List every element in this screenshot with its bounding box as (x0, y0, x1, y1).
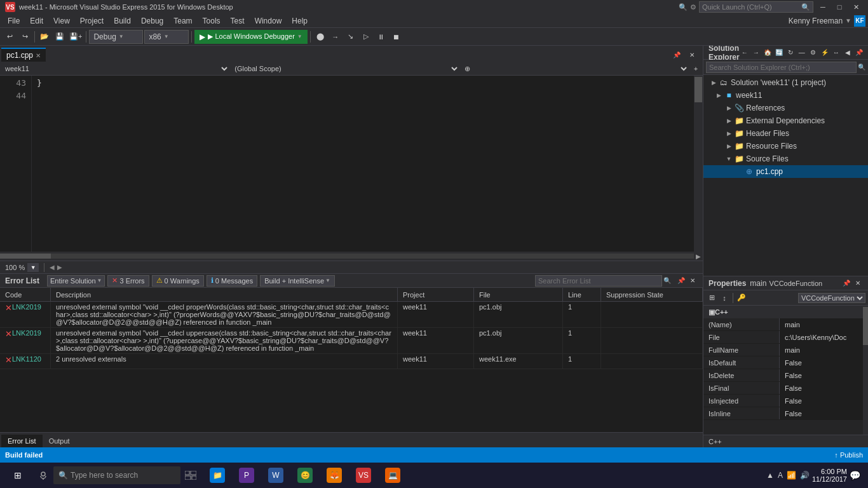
publish-button[interactable]: ↑ Publish (834, 451, 863, 459)
tab-pc1cpp[interactable]: pc1.cpp ✕ (1, 48, 46, 62)
notification-icon[interactable]: 💬 (850, 470, 860, 480)
se-filter-btn[interactable]: ⚡ (820, 48, 830, 58)
start-button[interactable]: ⊞ (3, 463, 33, 488)
tree-pc1cpp[interactable]: ⊕ pc1.cpp (703, 165, 868, 178)
tab-output[interactable]: Output (43, 435, 76, 447)
horizontal-scrollbar[interactable]: ▶ (0, 252, 703, 261)
se-settings-btn[interactable]: ◀ (843, 48, 853, 58)
tray-wifi-icon[interactable]: 📶 (787, 471, 796, 480)
tree-header-files[interactable]: ▶ 📁 Header Files (703, 127, 868, 140)
taskbar-app-5[interactable]: 🦊 (320, 463, 348, 488)
se-close-btn[interactable]: ✕ (865, 48, 868, 58)
tree-project[interactable]: ▶ ■ week11 (703, 89, 868, 102)
save-all-btn[interactable]: 💾+ (68, 30, 83, 44)
se-search-input[interactable] (706, 62, 857, 73)
menu-test[interactable]: Test (226, 15, 250, 27)
table-row[interactable]: ✕ LNK2019 unresolved external symbol "vo… (0, 328, 703, 354)
table-row[interactable]: ✕ LNK2019 unresolved external symbol "vo… (0, 302, 703, 328)
scroll-left-btn[interactable]: ◀ (50, 264, 55, 271)
se-refresh-btn[interactable]: ↻ (785, 48, 796, 58)
tree-solution[interactable]: ▶ 🗂 Solution 'week11' (1 project) (703, 76, 868, 89)
props-type-dropdown[interactable]: VCCodeFunction (798, 293, 865, 303)
menu-window[interactable]: Window (250, 15, 287, 27)
menu-build[interactable]: Build (109, 15, 136, 27)
scope-select[interactable]: (Global Scope) (229, 62, 459, 75)
se-back-btn[interactable]: ← (740, 48, 750, 58)
tray-sound-icon[interactable]: 🔊 (800, 471, 810, 480)
tab-error-list[interactable]: Error List (1, 435, 43, 447)
props-pin-btn[interactable]: 📌 (841, 278, 851, 288)
continue-btn[interactable]: ▷ (359, 30, 373, 44)
scroll-thumb[interactable] (695, 77, 702, 102)
stop-btn[interactable]: ⏹ (390, 30, 403, 44)
menu-help[interactable]: Help (287, 15, 313, 27)
taskbar-search-box[interactable]: 🔍 Type here to search (53, 466, 180, 484)
save-btn[interactable]: 💾 (53, 30, 67, 44)
tray-up-icon[interactable]: ▲ (766, 471, 774, 480)
code-content[interactable]: } (32, 76, 694, 252)
quick-launch-box[interactable]: Quick Launch (Ctrl+Q) 🔍 (699, 1, 813, 13)
scroll-right-btn[interactable]: ▶ (694, 252, 703, 261)
function-select[interactable]: ⊕ main() (459, 62, 689, 75)
step2-btn[interactable]: ↘ (344, 30, 358, 44)
menu-view[interactable]: View (48, 15, 75, 27)
tab-close-icon[interactable]: ✕ (36, 52, 41, 59)
tray-lang-icon[interactable]: A (778, 471, 783, 480)
table-row[interactable]: ✕ LNK1120 2 unresolved externals week11 … (0, 354, 703, 369)
debug-mode-dropdown[interactable]: Debug ▼ (89, 30, 143, 44)
expand-icon[interactable]: ▶ (709, 79, 719, 86)
solution-filter-dropdown[interactable]: Entire Solution ▼ (47, 275, 105, 287)
taskbar-app-6[interactable]: VS (349, 463, 377, 488)
expand-icon[interactable]: ▶ (724, 105, 734, 111)
breadcrumb-select[interactable]: week11 (0, 62, 229, 75)
errors-filter-button[interactable]: ✕ 3 Errors (107, 275, 149, 287)
props-close-btn[interactable]: ✕ (853, 278, 863, 288)
editor-close-btn[interactable]: ✕ (685, 48, 699, 62)
scroll-thumb[interactable] (863, 307, 868, 345)
close-button[interactable]: ✕ (849, 2, 863, 12)
expand-icon[interactable]: ▶ (724, 143, 734, 149)
undo-btn[interactable]: ↩ (3, 30, 17, 44)
messages-filter-button[interactable]: ℹ 0 Messages (207, 275, 257, 287)
platform-dropdown[interactable]: x86 ▼ (144, 30, 189, 44)
scroll-right-small-btn[interactable]: ▶ (57, 264, 62, 271)
taskbar-app-4[interactable]: 😊 (291, 463, 319, 488)
se-home-btn[interactable]: 🏠 (763, 48, 773, 58)
expand-icon[interactable]: ▶ (714, 92, 724, 98)
clock[interactable]: 6:00 PM 11/12/2017 (812, 468, 847, 483)
vertical-scrollbar[interactable] (694, 76, 703, 252)
expand-icon[interactable]: + (689, 62, 703, 76)
run-debugger-button[interactable]: ▶ ▶ Local Windows Debugger ▼ (194, 30, 307, 44)
se-forward-btn[interactable]: → (751, 48, 761, 58)
menu-debug[interactable]: Debug (136, 15, 168, 27)
pause-btn[interactable]: ⏸ (374, 30, 388, 44)
se-sync-btn[interactable]: 🔄 (774, 48, 784, 58)
se-props-btn[interactable]: ⚙ (808, 48, 818, 58)
minimize-button[interactable]: ─ (816, 2, 830, 12)
expand-icon[interactable]: ▶ (724, 130, 734, 137)
taskbar-app-7[interactable]: 💻 (379, 463, 407, 488)
task-view-btn[interactable] (182, 463, 200, 488)
menu-edit[interactable]: Edit (25, 15, 48, 27)
se-collapse-btn[interactable]: — (797, 48, 807, 58)
step-btn[interactable]: → (329, 30, 342, 44)
panel-close-btn[interactable]: ✕ (688, 276, 698, 286)
se-pin-btn[interactable]: 📌 (854, 48, 864, 58)
taskbar-app-1[interactable]: 📁 (203, 463, 231, 488)
taskbar-app-3[interactable]: W (262, 463, 290, 488)
menu-team[interactable]: Team (168, 15, 197, 27)
warnings-filter-button[interactable]: ⚠ 0 Warnings (152, 275, 204, 287)
editor-pin-btn[interactable]: 📌 (670, 48, 684, 62)
props-grid-btn[interactable]: ⊞ (706, 292, 717, 304)
menu-project[interactable]: Project (75, 15, 109, 27)
taskbar-app-2[interactable]: P (233, 463, 261, 488)
intellisense-filter-dropdown[interactable]: Build + IntelliSense ▼ (260, 275, 335, 287)
props-key-btn[interactable]: 🔑 (736, 292, 747, 304)
breakpoint-btn[interactable]: ⬤ (313, 30, 327, 44)
se-extra-btn[interactable]: ↔ (831, 48, 841, 58)
tree-references[interactable]: ▶ 📎 References (703, 102, 868, 114)
tree-resource-files[interactable]: ▶ 📁 Resource Files (703, 140, 868, 152)
error-search-input[interactable] (535, 275, 662, 287)
hscroll-thumb[interactable] (0, 254, 51, 259)
redo-btn[interactable]: ↪ (18, 30, 32, 44)
